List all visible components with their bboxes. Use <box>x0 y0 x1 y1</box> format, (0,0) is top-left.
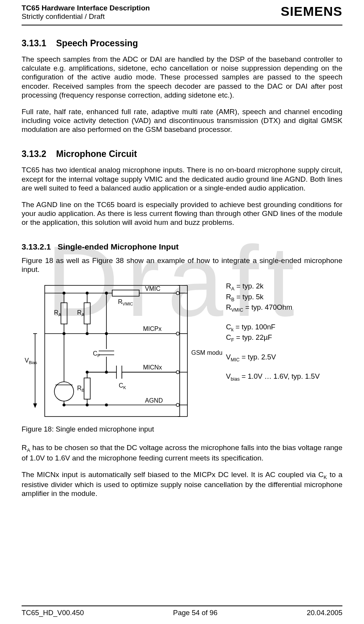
svg-point-15 <box>86 332 88 335</box>
footer-right: 20.04.2005 <box>307 609 342 617</box>
footer-center: Page 54 of 96 <box>173 609 217 617</box>
page-footer: TC65_HD_V00.450 Page 54 of 96 20.04.2005 <box>22 605 342 617</box>
footer-left: TC65_HD_V00.450 <box>22 609 84 617</box>
heading-single-ended: 3.13.2.1 Single-ended Microphone Input <box>22 242 342 252</box>
para-after-1: RA has to be chosen so that the DC volta… <box>22 443 342 462</box>
svg-point-49 <box>176 371 179 374</box>
para-s2-1: TC65 has two identical analog microphone… <box>22 165 342 192</box>
doc-title: TC65 Hardware Interface Description <box>22 4 150 12</box>
svg-rect-2 <box>112 290 139 296</box>
label-agnd: AGND <box>145 397 163 404</box>
label-micnx: MICNx <box>143 364 162 371</box>
svg-point-46 <box>63 404 65 406</box>
figure-caption: Figure 18: Single ended microphone input <box>22 425 342 434</box>
heading-speech-processing: 3.13.1 Speech Processing <box>22 38 342 49</box>
page-header: TC65 Hardware Interface Description Stri… <box>22 4 342 23</box>
label-rvmic: RVMIC <box>118 299 133 306</box>
para-s1-1: The speech samples from the ADC or DAI a… <box>22 55 342 100</box>
figure-18: VMIC RVMIC RA RA MICPx CF GSM module VBi… <box>22 282 342 424</box>
svg-point-37 <box>105 404 108 406</box>
label-ra1: RA <box>54 309 62 317</box>
label-rb: RB <box>77 385 84 393</box>
label-ra2: RA <box>77 309 85 317</box>
svg-point-50 <box>176 403 179 406</box>
siemens-logo: SIEMENS <box>281 4 342 19</box>
label-ck: CK <box>119 382 126 390</box>
label-gsm: GSM module <box>191 349 222 356</box>
label-micpx: MICPx <box>143 325 162 332</box>
label-vmic: VMIC <box>145 285 160 292</box>
svg-point-48 <box>176 332 179 335</box>
svg-point-36 <box>86 404 88 406</box>
heading-mic-circuit: 3.13.2 Microphone Circuit <box>22 148 342 159</box>
para-after-2: The MICNx input is automatically self bi… <box>22 470 342 498</box>
circuit-diagram: VMIC RVMIC RA RA MICPx CF GSM module VBi… <box>22 282 222 420</box>
svg-marker-59 <box>33 403 37 408</box>
figure-params: RA = typ. 2k RB = typ. 5k RVMIC = typ. 4… <box>226 282 320 382</box>
doc-subtitle: Strictly confidential / Draft <box>22 12 150 21</box>
svg-point-47 <box>176 292 179 295</box>
svg-rect-8 <box>61 303 67 324</box>
label-cf: CF <box>93 350 100 358</box>
para-s2-2: The AGND line on the TC65 board is espec… <box>22 200 342 227</box>
svg-rect-11 <box>84 303 90 324</box>
para-s1-2: Full rate, half rate, enhanced full rate… <box>22 107 342 134</box>
svg-rect-33 <box>84 378 90 399</box>
para-s3-1: Figure 18 as well as Figure 38 show an e… <box>22 256 342 274</box>
svg-rect-27 <box>116 364 122 380</box>
